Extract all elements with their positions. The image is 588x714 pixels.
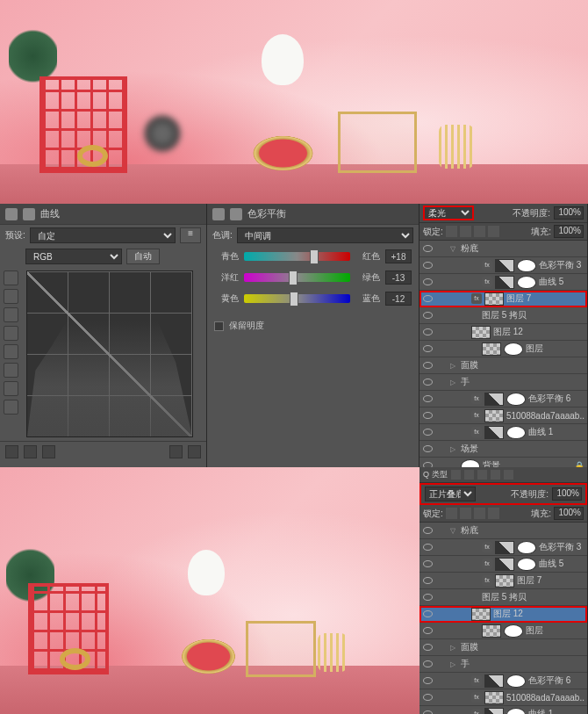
eyedrop-black-icon[interactable]: [4, 289, 18, 304]
visibility-toggle-icon[interactable]: [422, 444, 433, 454]
expand-chevron-icon[interactable]: ▷: [450, 660, 458, 668]
yellow-blue-slider[interactable]: [244, 294, 350, 303]
hand-icon[interactable]: [4, 400, 18, 415]
layer-row[interactable]: 图层 12: [419, 324, 587, 341]
blend-mode-select[interactable]: 柔光: [423, 206, 474, 220]
visibility-toggle-icon[interactable]: [422, 427, 433, 437]
visibility-toggle-icon[interactable]: [422, 377, 433, 387]
visibility-toggle-icon[interactable]: [422, 293, 433, 304]
cr-value[interactable]: +18: [385, 249, 412, 263]
visibility-toggle-icon[interactable]: [422, 675, 433, 686]
visibility-toggle-icon[interactable]: [422, 542, 433, 552]
layer-row[interactable]: fx色彩平衡 6: [419, 391, 587, 407]
lock-position-icon[interactable]: [460, 508, 471, 519]
lock-pixels-icon[interactable]: [446, 226, 457, 237]
opacity-value[interactable]: 100%: [554, 206, 584, 220]
lock-pixels-icon[interactable]: [446, 508, 457, 519]
layer-row[interactable]: fx色彩平衡 6: [419, 673, 587, 689]
layer-row[interactable]: ▷手: [419, 656, 587, 673]
toggle-vis-icon[interactable]: [169, 445, 183, 458]
filter-pixel-icon[interactable]: [451, 470, 461, 480]
layer-row[interactable]: fx图层 7: [419, 291, 587, 307]
layer-row[interactable]: 图层 12: [419, 606, 587, 623]
expand-chevron-icon[interactable]: ▷: [450, 362, 458, 370]
layer-row[interactable]: ▷面膜: [419, 357, 587, 374]
lock-artboard-icon[interactable]: [474, 508, 485, 519]
yb-value[interactable]: -12: [385, 292, 412, 306]
layer-row[interactable]: fx510088ada7aaaab...: [419, 689, 587, 706]
layer-row[interactable]: fx510088ada7aaaab...: [419, 407, 587, 424]
preset-menu-icon[interactable]: ≡: [180, 227, 201, 243]
layer-row[interactable]: fx曲线 5: [419, 274, 587, 291]
layer-row[interactable]: 图层 5 拷贝: [419, 589, 587, 606]
visibility-toggle-icon[interactable]: [422, 327, 433, 337]
edit-curve-icon[interactable]: [4, 344, 18, 359]
filter-shape-icon[interactable]: [491, 470, 500, 480]
layer-row[interactable]: 图层: [419, 341, 587, 357]
eyedrop-white-icon[interactable]: [4, 326, 18, 341]
layer-row[interactable]: fx色彩平衡 3: [419, 257, 587, 274]
curve-graph[interactable]: [26, 270, 193, 437]
visibility-toggle-icon[interactable]: [422, 709, 433, 714]
pencil-icon[interactable]: [4, 363, 18, 378]
layer-row[interactable]: ▷面膜: [419, 639, 587, 656]
sampler-icon[interactable]: [4, 270, 18, 285]
lock-all-icon[interactable]: [488, 226, 499, 237]
visibility-toggle-icon[interactable]: [422, 525, 433, 536]
channel-select[interactable]: RGB: [25, 249, 122, 264]
visibility-toggle-icon[interactable]: [422, 575, 433, 586]
visibility-toggle-icon[interactable]: [422, 609, 433, 619]
layer-row[interactable]: fx曲线 1: [419, 424, 587, 441]
eyedrop-gray-icon[interactable]: [4, 307, 18, 322]
expand-chevron-icon[interactable]: ▷: [450, 379, 458, 386]
reset-icon[interactable]: [42, 445, 55, 458]
layer-row[interactable]: 图层: [419, 623, 587, 639]
visibility-toggle-icon[interactable]: [422, 393, 433, 404]
visibility-toggle-icon[interactable]: [422, 592, 433, 602]
visibility-toggle-icon[interactable]: [422, 659, 433, 669]
preset-select[interactable]: 自定: [30, 227, 176, 243]
visibility-toggle-icon[interactable]: [422, 410, 433, 421]
visibility-toggle-icon[interactable]: [422, 260, 433, 270]
smooth-icon[interactable]: [4, 381, 18, 396]
layer-row[interactable]: fx图层 7: [419, 573, 587, 589]
expand-chevron-icon[interactable]: ▽: [450, 527, 458, 535]
fill-value-2[interactable]: 100%: [554, 507, 584, 520]
visibility-toggle-icon[interactable]: [422, 692, 433, 703]
tone-select[interactable]: 中间调: [237, 227, 413, 243]
layer-row[interactable]: fx曲线 5: [419, 556, 587, 573]
filter-adj-icon[interactable]: [464, 470, 474, 480]
visibility-toggle-icon[interactable]: [422, 642, 433, 653]
fill-value[interactable]: 100%: [554, 225, 584, 238]
visibility-toggle-icon[interactable]: [422, 277, 433, 287]
preserve-lum-checkbox[interactable]: [214, 321, 224, 331]
magenta-green-slider[interactable]: [244, 273, 350, 282]
visibility-toggle-icon[interactable]: [422, 559, 433, 569]
visibility-toggle-icon[interactable]: [422, 243, 433, 254]
lock-position-icon[interactable]: [460, 226, 471, 237]
layer-row[interactable]: ▽粉底: [419, 523, 587, 539]
lock-all-icon[interactable]: [488, 508, 499, 519]
layer-row[interactable]: fx色彩平衡 3: [419, 539, 587, 556]
blend-mode-select-2[interactable]: 正片叠底: [425, 487, 476, 501]
visibility-toggle-icon[interactable]: [422, 360, 433, 371]
layer-row[interactable]: ▽粉底: [419, 241, 587, 257]
visibility-toggle-icon[interactable]: [422, 310, 433, 321]
visibility-toggle-icon[interactable]: [422, 625, 433, 636]
expand-chevron-icon[interactable]: ▽: [450, 245, 458, 253]
cyan-red-slider[interactable]: [244, 252, 350, 261]
layer-row[interactable]: ▷手: [419, 374, 587, 391]
expand-chevron-icon[interactable]: ▷: [450, 445, 458, 453]
filter-type-icon[interactable]: [477, 470, 487, 480]
mg-value[interactable]: -13: [385, 270, 412, 285]
layer-row[interactable]: 图层 5 拷贝: [419, 307, 587, 324]
view-prev-icon[interactable]: [24, 445, 37, 458]
layer-row[interactable]: fx曲线 1: [419, 706, 587, 714]
opacity-value-2[interactable]: 100%: [552, 487, 582, 501]
delete-icon[interactable]: [188, 445, 201, 458]
layer-row[interactable]: ▷场景: [419, 441, 587, 458]
expand-chevron-icon[interactable]: ▷: [450, 644, 458, 652]
clip-icon[interactable]: [5, 445, 18, 458]
lock-artboard-icon[interactable]: [474, 226, 485, 237]
visibility-toggle-icon[interactable]: [422, 343, 433, 354]
